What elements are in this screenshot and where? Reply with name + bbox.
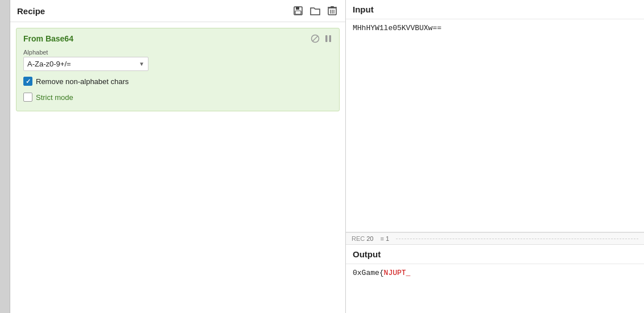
- sidebar-strip: [0, 0, 10, 313]
- recipe-panel: Recipe: [10, 0, 346, 313]
- lines-stat: ≡ 1: [380, 235, 389, 242]
- output-text-normal: 0xGame{: [353, 269, 384, 277]
- dropdown-arrow-icon: ▼: [139, 61, 145, 67]
- lines-value: 1: [386, 235, 389, 242]
- recipe-header: Recipe: [10, 0, 345, 22]
- disable-icon[interactable]: [311, 34, 320, 43]
- svg-rect-8: [331, 6, 334, 7]
- strict-mode-label: Strict mode: [36, 93, 73, 102]
- remove-non-alphabet-checkbox[interactable]: [23, 77, 32, 86]
- operation-header: From Base64: [23, 34, 332, 43]
- remove-non-alphabet-row: Remove non-alphabet chars: [23, 77, 332, 86]
- operation-name: From Base64: [23, 34, 73, 43]
- input-textarea[interactable]: MHhHYW1le05KVVBUXw==: [346, 19, 644, 232]
- recipe-title: Recipe: [17, 6, 45, 16]
- input-section: Input MHhHYW1le05KVVBUXw==: [346, 0, 644, 232]
- remove-non-alphabet-label: Remove non-alphabet chars: [36, 77, 129, 86]
- svg-rect-11: [325, 35, 328, 42]
- svg-line-10: [313, 36, 318, 41]
- output-area: 0xGame{NJUPT_: [346, 264, 644, 313]
- alphabet-value: A-Za-z0-9+/=: [27, 60, 71, 68]
- alphabet-select[interactable]: A-Za-z0-9+/= ▼: [23, 57, 148, 71]
- output-section: Output 0xGame{NJUPT_: [346, 245, 644, 313]
- strict-mode-row: Strict mode: [23, 93, 332, 102]
- output-text-highlight: NJUPT_: [384, 269, 411, 277]
- recipe-body: From Base64: [10, 22, 345, 313]
- dotted-divider: [396, 239, 638, 239]
- rec-stat: REC 20: [352, 235, 373, 242]
- recipe-toolbar: [292, 5, 338, 17]
- operation-card: From Base64: [16, 28, 340, 111]
- rec-icon: REC: [352, 235, 365, 242]
- output-section-header: Output: [346, 245, 644, 264]
- right-panel: Input MHhHYW1le05KVVBUXw== REC 20 ≡ 1 Ou…: [346, 0, 644, 313]
- alphabet-label: Alphabet: [23, 49, 332, 56]
- strict-mode-checkbox[interactable]: [23, 93, 32, 102]
- svg-rect-2: [295, 11, 301, 14]
- rec-value: 20: [366, 235, 373, 242]
- lines-icon: ≡: [380, 235, 383, 242]
- delete-button[interactable]: [326, 5, 338, 17]
- open-folder-button[interactable]: [309, 5, 321, 17]
- alphabet-field-group: Alphabet A-Za-z0-9+/= ▼: [23, 49, 332, 71]
- stats-bar: REC 20 ≡ 1: [346, 232, 644, 245]
- operation-controls: [311, 34, 332, 43]
- input-section-header: Input: [346, 0, 644, 19]
- svg-rect-1: [296, 7, 299, 10]
- pause-icon[interactable]: [324, 34, 332, 43]
- save-button[interactable]: [292, 5, 304, 17]
- svg-rect-12: [329, 35, 332, 42]
